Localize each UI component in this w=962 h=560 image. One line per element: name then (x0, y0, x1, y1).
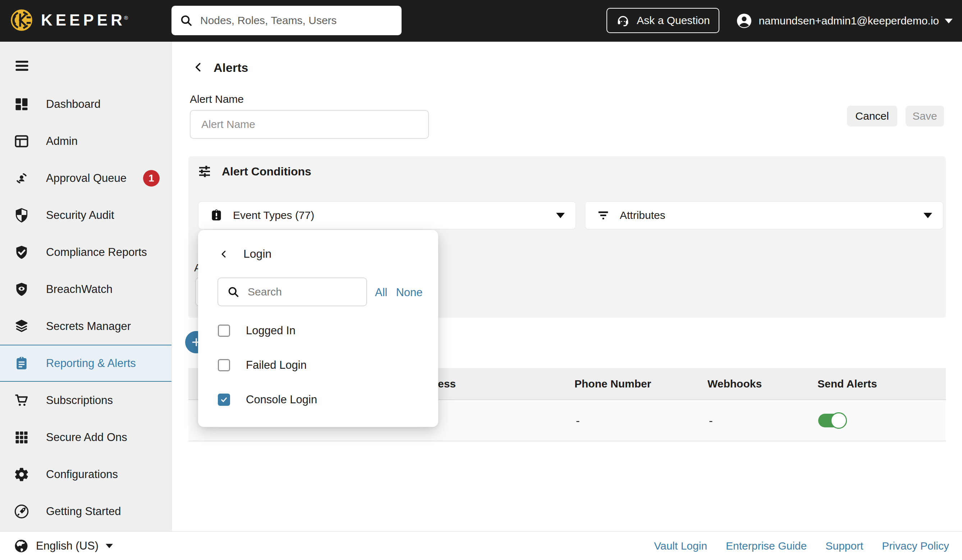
search-icon (227, 286, 240, 299)
sidebar-item-label: Compliance Reports (46, 246, 147, 259)
option-failed-login[interactable]: Failed Login (218, 359, 307, 372)
configurations-icon (14, 466, 29, 483)
sidebar-item-breachwatch[interactable]: BreachWatch (0, 271, 171, 308)
language-label: English (US) (36, 539, 98, 552)
sidebar-item-label: BreachWatch (46, 283, 113, 296)
globe-icon (14, 539, 29, 554)
event-alert-icon (209, 207, 224, 223)
user-email: namundsen+admin1@keeperdemo.io (759, 15, 939, 27)
sidebar-item-secure-add-ons[interactable]: Secure Add Ons (0, 419, 171, 456)
cancel-button[interactable]: Cancel (847, 106, 897, 126)
sidebar-item-label: Secure Add Ons (46, 431, 127, 444)
toggle-knob (830, 412, 847, 429)
alert-name-label: Alert Name (190, 93, 244, 105)
user-avatar-icon (736, 12, 753, 29)
sidebar-item-label: Security Audit (46, 209, 114, 222)
support-link[interactable]: Support (825, 540, 863, 552)
user-account-menu[interactable]: namundsen+admin1@keeperdemo.io (736, 0, 953, 42)
security-audit-icon (14, 207, 29, 223)
filter-icon (596, 207, 610, 223)
approval-queue-badge: 1 (143, 170, 160, 187)
sidebar-item-security-audit[interactable]: Security Audit (0, 197, 171, 234)
ask-a-question-button[interactable]: Ask a Question (607, 8, 719, 33)
sidebar-item-label: Reporting & Alerts (46, 357, 136, 370)
page-title: Alerts (213, 61, 248, 75)
ask-a-question-label: Ask a Question (637, 15, 710, 27)
sidebar-item-admin[interactable]: Admin (0, 123, 171, 160)
keeper-logo-icon (9, 8, 34, 32)
footer: English (US) Vault Login Enterprise Guid… (0, 531, 962, 560)
attributes-label: Attributes (620, 209, 665, 221)
dropdown-category-title: Login (244, 247, 271, 261)
select-none-link[interactable]: None (396, 286, 423, 299)
enterprise-guide-link[interactable]: Enterprise Guide (726, 540, 807, 552)
column-header-send-alerts: Send Alerts (817, 378, 877, 390)
save-button[interactable]: Save (906, 106, 944, 126)
sidebar-item-getting-started[interactable]: Getting Started (0, 493, 171, 530)
sidebar-item-configurations[interactable]: Configurations (0, 456, 171, 493)
compliance-reports-icon (14, 244, 29, 260)
column-header-webhooks: Webhooks (707, 378, 762, 390)
alert-name-input[interactable] (190, 110, 429, 139)
sidebar-item-secrets-manager[interactable]: Secrets Manager (0, 308, 171, 345)
column-header-partial: ess (438, 378, 456, 390)
alert-conditions-title: Alert Conditions (222, 165, 312, 178)
attributes-select[interactable]: Attributes (585, 201, 943, 229)
select-quick-links: All None (375, 286, 423, 299)
getting-started-icon (14, 504, 29, 520)
search-icon (179, 14, 193, 27)
brand-name: KEEPER® (41, 11, 129, 29)
option-label: Logged In (246, 324, 295, 337)
language-selector[interactable]: English (US) (14, 539, 113, 554)
back-button[interactable] (193, 59, 207, 76)
checkbox-unchecked[interactable] (218, 359, 230, 371)
sidebar-nav: Dashboard Admin Approval Queue 1 (0, 86, 171, 530)
hamburger-menu-icon[interactable] (14, 58, 30, 73)
secrets-manager-icon (14, 318, 29, 334)
sidebar-item-label: Admin (46, 135, 77, 148)
admin-icon (14, 133, 29, 149)
sidebar-item-reporting-alerts[interactable]: Reporting & Alerts (0, 345, 171, 382)
sidebar-item-dashboard[interactable]: Dashboard (0, 86, 171, 123)
keeper-admin-console: KEEPER® Ask a Question na (0, 0, 962, 560)
sidebar-item-compliance-reports[interactable]: Compliance Reports (0, 234, 171, 271)
headset-icon (616, 13, 630, 28)
keeper-brand: KEEPER® (9, 8, 129, 32)
dropdown-search-input[interactable] (247, 286, 358, 299)
caret-down-icon (923, 213, 932, 218)
sidebar-item-approval-queue[interactable]: Approval Queue 1 (0, 160, 171, 197)
approval-queue-icon (14, 170, 29, 186)
checkbox-checked[interactable] (218, 394, 230, 406)
sidebar: Dashboard Admin Approval Queue 1 (0, 42, 172, 531)
option-logged-in[interactable]: Logged In (218, 324, 295, 337)
event-types-label: Event Types (77) (233, 209, 314, 221)
select-all-link[interactable]: All (375, 286, 387, 299)
option-console-login[interactable]: Console Login (218, 393, 317, 406)
registered-mark: ® (124, 15, 128, 21)
chevron-left-icon (220, 248, 228, 260)
sidebar-item-label: Subscriptions (46, 394, 113, 407)
vault-login-link[interactable]: Vault Login (654, 540, 707, 552)
webhooks-cell: - (709, 414, 713, 427)
global-search-input[interactable] (200, 14, 394, 27)
sidebar-item-label: Dashboard (46, 98, 101, 111)
alert-conditions-header: Alert Conditions (197, 164, 312, 179)
footer-links: Vault Login Enterprise Guide Support Pri… (654, 540, 949, 552)
dropdown-search (218, 278, 367, 306)
phone-number-cell: - (576, 414, 580, 427)
option-label: Console Login (246, 393, 317, 406)
sidebar-item-subscriptions[interactable]: Subscriptions (0, 382, 171, 419)
event-types-dropdown: Login All None Logged In Failed Login (198, 230, 438, 427)
dashboard-icon (14, 96, 29, 112)
privacy-policy-link[interactable]: Privacy Policy (882, 540, 949, 552)
event-types-select[interactable]: Event Types (77) (198, 201, 576, 229)
checkbox-unchecked[interactable] (218, 324, 230, 337)
option-label: Failed Login (246, 359, 307, 372)
check-icon (220, 396, 228, 403)
send-alerts-toggle[interactable] (818, 412, 847, 429)
dropdown-back-button[interactable] (220, 248, 228, 260)
caret-down-icon (106, 544, 113, 548)
caret-down-icon (945, 19, 953, 23)
secure-add-ons-icon (14, 429, 29, 445)
reporting-alerts-icon (14, 355, 29, 371)
